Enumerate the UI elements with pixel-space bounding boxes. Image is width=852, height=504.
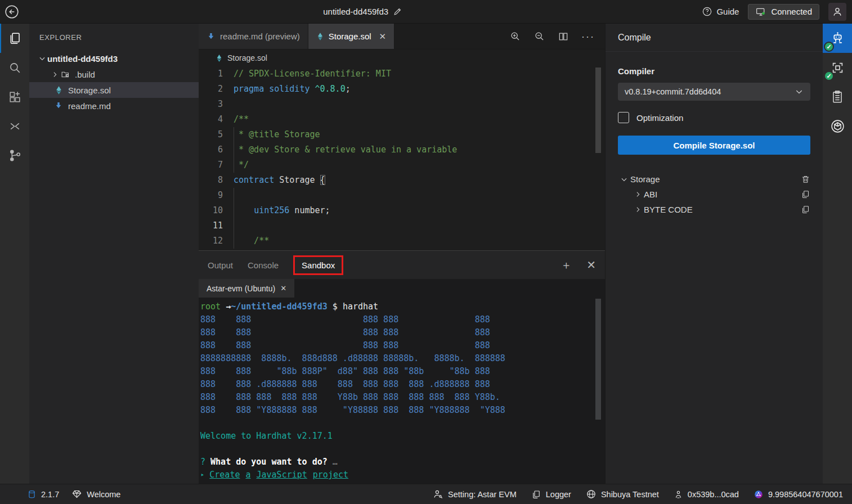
tab-label: readme.md (preview) <box>220 32 300 41</box>
balance-label: 9.998564047670001 <box>768 490 843 499</box>
split-editor-icon[interactable] <box>558 31 569 42</box>
explorer-header: EXPLORER <box>29 24 199 51</box>
tree-folder-build[interactable]: .build <box>29 66 199 82</box>
panel-tab-sandbox[interactable]: Sandbox <box>293 255 343 275</box>
back-button[interactable] <box>0 0 24 24</box>
openai-icon <box>830 119 845 134</box>
question-circle-icon <box>702 6 712 17</box>
editor-actions: ··· <box>509 24 605 49</box>
copy-abi-icon[interactable] <box>801 190 810 199</box>
tree-file-storage-sol[interactable]: Storage.sol <box>29 82 199 98</box>
wallet-address[interactable]: 0x539b...0cad <box>674 489 739 500</box>
terminal-tab-label: Astar-evm (Ubuntu) <box>207 284 275 293</box>
code-editor[interactable]: 1// SPDX-License-Identifier: MIT2pragma … <box>199 66 605 250</box>
hardhat-option-line[interactable]: ‣ CreateaJavaScriptproject <box>200 469 605 482</box>
close-tab-icon[interactable]: ✕ <box>379 32 387 42</box>
terminal-scrollbar[interactable] <box>595 299 601 420</box>
editor-area: readme.md (preview) Storage.sol ✕ ··· <box>199 24 605 484</box>
add-terminal-icon[interactable]: ＋ <box>560 259 572 271</box>
tree-root-folder[interactable]: untitled-dd459fd3 <box>29 51 199 66</box>
zoom-out-icon[interactable] <box>533 30 545 42</box>
code-line: 12 /** <box>199 233 605 249</box>
tree-item-label: readme.md <box>68 101 111 111</box>
tab-label: Storage.sol <box>329 32 371 41</box>
terminal-tab-astar-evm[interactable]: Astar-evm (Ubuntu) ✕ <box>199 279 294 298</box>
optimization-checkbox[interactable] <box>618 112 629 123</box>
setting-label: Setting: Astar EVM <box>448 490 517 499</box>
activity-source-control[interactable] <box>0 141 29 170</box>
left-activity-bar <box>0 24 29 484</box>
welcome-gem-icon <box>71 489 82 500</box>
guide-button[interactable]: Guide <box>702 6 739 17</box>
activity-extensions[interactable] <box>0 82 29 111</box>
globe-icon <box>586 489 597 500</box>
markdown-file-icon <box>207 32 216 41</box>
tab-storage-sol[interactable]: Storage.sol ✕ <box>308 24 394 49</box>
close-terminal-icon[interactable]: ✕ <box>280 284 286 292</box>
activity-compile[interactable]: ✓ <box>823 24 852 53</box>
contract-output-bytecode[interactable]: BYTE CODE <box>618 202 810 217</box>
breadcrumb[interactable]: Storage.sol <box>199 50 605 66</box>
panel-tab-output[interactable]: Output <box>208 260 233 270</box>
bottom-panel: Output Console Sandbox ＋ ✕ Astar-evm (Ub… <box>199 250 605 484</box>
optimization-option[interactable]: Optimization <box>618 112 810 123</box>
tab-readme-md[interactable]: readme.md (preview) <box>199 24 308 49</box>
close-panel-icon[interactable]: ✕ <box>586 259 596 271</box>
connected-label: Connected <box>771 7 812 16</box>
compiler-version-select[interactable]: v0.8.19+commit.7dd6d404 <box>618 83 810 101</box>
compile-button[interactable]: Compile Storage.sol <box>618 136 810 155</box>
collapse-arrows-icon <box>8 119 22 133</box>
network-indicator[interactable]: Shibuya Testnet <box>586 489 659 500</box>
code-lines: 1// SPDX-License-Identifier: MIT2pragma … <box>199 66 605 249</box>
solidity-file-icon <box>53 86 64 95</box>
code-line: 2pragma solidity ^0.8.0; <box>199 82 605 97</box>
terminal[interactable]: root →~/untitled-dd459fd3 $ hardhat 888 … <box>199 298 605 484</box>
code-line: 1// SPDX-License-Identifier: MIT <box>199 66 605 82</box>
hardhat-ascii-art: 888 888 888 888 888 888 888 888 888 888 … <box>200 313 605 417</box>
breadcrumb-label: Storage.sol <box>227 53 267 62</box>
logger-label: Logger <box>546 490 571 499</box>
avatar-button[interactable] <box>828 3 846 21</box>
more-actions-icon[interactable]: ··· <box>581 34 595 39</box>
address-pin-icon <box>674 489 683 500</box>
code-line: 4/** <box>199 112 605 127</box>
clipboard-icon <box>830 89 845 104</box>
chevron-down-icon <box>795 87 804 96</box>
editor-scrollbar[interactable] <box>595 68 601 153</box>
logger-button[interactable]: Logger <box>531 489 571 500</box>
hardhat-option-words: CreateaJavaScriptproject <box>209 470 354 480</box>
version-label: 2.1.7 <box>41 490 59 499</box>
panel-tab-console[interactable]: Console <box>248 260 279 270</box>
zoom-in-icon[interactable] <box>509 30 521 42</box>
version-indicator[interactable]: 2.1.7 <box>27 489 59 500</box>
right-activity-bar: ✓ ✓ <box>823 24 852 484</box>
activity-collapse[interactable] <box>0 111 29 141</box>
tree-file-readme-md[interactable]: readme.md <box>29 98 199 114</box>
network-label: Shibuya Testnet <box>601 490 659 499</box>
balance-indicator[interactable]: 9.998564047670001 <box>754 489 843 500</box>
delete-contract-icon[interactable] <box>801 174 810 184</box>
compiler-version-value: v0.8.19+commit.7dd6d404 <box>625 87 721 96</box>
activity-explorer[interactable] <box>0 24 29 53</box>
welcome-button[interactable]: Welcome <box>71 489 120 500</box>
search-icon <box>8 61 22 75</box>
edit-title-pencil-icon[interactable] <box>393 7 402 16</box>
activity-interaction[interactable] <box>823 82 852 111</box>
code-line: 7 */ <box>199 158 605 173</box>
output-label: ABI <box>644 190 657 199</box>
connected-button[interactable]: Connected <box>748 4 819 20</box>
chainide-window: untitled-dd459fd3 Guide Connected <box>0 0 852 504</box>
output-label: BYTE CODE <box>644 205 693 214</box>
setting-indicator[interactable]: Setting: Astar EVM <box>433 489 517 500</box>
activity-deploy[interactable]: ✓ <box>823 53 852 82</box>
tree-item-label: .build <box>75 70 95 79</box>
activity-search[interactable] <box>0 53 29 82</box>
hardhat-welcome-line: Welcome to Hardhat v2.17.1 <box>200 430 605 443</box>
terminal-tab-bar: Astar-evm (Ubuntu) ✕ <box>199 279 605 298</box>
status-bar: 2.1.7 Welcome Setting: Astar EVM Logg <box>0 484 852 504</box>
contract-output-abi[interactable]: ABI <box>618 187 810 202</box>
activity-ai-assistant[interactable] <box>823 111 852 141</box>
copy-bytecode-icon[interactable] <box>801 205 810 214</box>
compiled-contract-storage[interactable]: Storage <box>618 172 810 187</box>
compile-panel: Compile Compiler v0.8.19+commit.7dd6d404… <box>605 24 823 484</box>
